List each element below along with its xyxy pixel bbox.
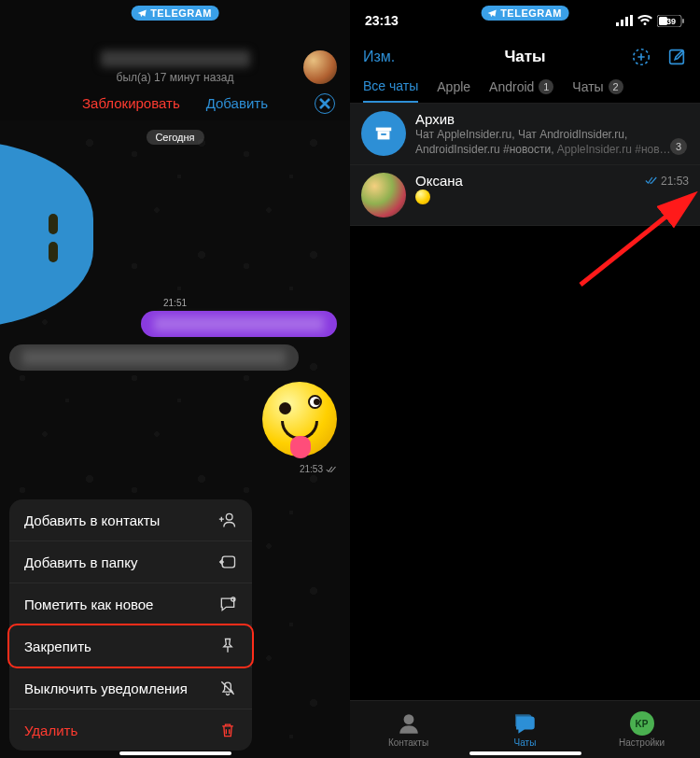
contact-avatar[interactable] xyxy=(303,50,337,84)
contacts-icon xyxy=(397,711,421,736)
home-indicator[interactable] xyxy=(469,751,581,755)
header-actions: Заблокировать Добавить xyxy=(0,95,350,111)
contact-name-blurred xyxy=(101,50,250,67)
right-phone-screen: 23:13 TELEGRAM 39 Изм. Чаты Все чаты App… xyxy=(350,0,700,758)
telegram-pill-label: TELEGRAM xyxy=(150,7,212,19)
archive-icon xyxy=(361,111,406,156)
telegram-pill[interactable]: TELEGRAM xyxy=(131,6,219,21)
tab-apple[interactable]: Apple xyxy=(437,79,470,102)
telegram-pill[interactable]: TELEGRAM xyxy=(481,6,569,21)
wifi-icon xyxy=(637,15,652,26)
sticker-zany-face[interactable] xyxy=(262,382,337,456)
status-time: 23:13 xyxy=(365,13,399,28)
chat-preview xyxy=(415,190,689,204)
tab-contacts[interactable]: Контакты xyxy=(350,701,467,758)
tab-chats-badge: 2 xyxy=(609,79,623,94)
profile-avatar: KP xyxy=(630,711,654,736)
svg-point-17 xyxy=(403,714,413,724)
zany-face-icon xyxy=(262,382,337,456)
tab-android[interactable]: Android1 xyxy=(489,79,553,102)
svg-point-2 xyxy=(231,597,235,601)
incoming-message-blurred[interactable] xyxy=(9,344,299,371)
home-indicator[interactable] xyxy=(119,751,231,755)
chat-header: был(а) 17 минут назад xyxy=(0,50,350,84)
bell-off-icon xyxy=(218,679,237,697)
read-checkmarks-icon xyxy=(326,466,337,473)
close-icon xyxy=(315,94,334,113)
archive-row[interactable]: Архив Чат AppleInsider.ru, Чат AndroidIn… xyxy=(350,104,700,165)
tab-settings[interactable]: KP Настройки xyxy=(583,701,700,758)
menu-delete[interactable]: Удалить xyxy=(9,709,252,751)
telegram-icon xyxy=(486,8,497,19)
last-seen-label: был(а) 17 минут назад xyxy=(117,71,234,84)
svg-rect-4 xyxy=(621,20,623,26)
chat-bubble-icon xyxy=(218,595,237,613)
archive-title: Архив xyxy=(415,111,455,127)
menu-add-contact[interactable]: Добавить в контакты xyxy=(9,499,252,541)
menu-add-folder[interactable]: Добавить в папку xyxy=(9,541,252,583)
menu-mute[interactable]: Выключить уведомления xyxy=(9,667,252,709)
svg-point-0 xyxy=(226,513,232,520)
chat-row-oksana[interactable]: Оксана 21:53 xyxy=(350,165,700,226)
block-button[interactable]: Заблокировать xyxy=(82,95,180,111)
svg-text:39: 39 xyxy=(666,17,676,26)
tab-bar: Контакты Чаты KP Настройки xyxy=(350,700,700,758)
tab-all-chats[interactable]: Все чаты xyxy=(363,78,418,103)
cellular-icon xyxy=(616,15,633,26)
outgoing-message-blurred[interactable] xyxy=(141,311,337,337)
nav-header: Изм. Чаты xyxy=(350,41,700,75)
close-button[interactable] xyxy=(315,93,335,114)
chats-icon xyxy=(513,711,538,736)
pinned-indicator xyxy=(674,201,687,218)
svg-rect-13 xyxy=(376,128,392,132)
add-button[interactable]: Добавить xyxy=(206,95,268,111)
compose-icon[interactable] xyxy=(666,47,687,67)
battery-icon: 39 xyxy=(657,15,685,27)
page-title: Чаты xyxy=(504,48,545,66)
chat-list[interactable]: Архив Чат AppleInsider.ru, Чат AndroidIn… xyxy=(350,104,700,226)
add-contact-icon xyxy=(218,511,237,529)
svg-rect-3 xyxy=(616,22,619,26)
tab-android-badge: 1 xyxy=(539,79,553,94)
read-checkmarks-icon xyxy=(645,176,658,185)
chat-avatar xyxy=(361,173,406,218)
trash-icon xyxy=(218,721,237,739)
status-bar: 23:13 TELEGRAM 39 xyxy=(350,0,700,41)
svg-rect-5 xyxy=(625,17,628,26)
telegram-icon xyxy=(136,8,147,19)
left-phone-screen: TELEGRAM был(а) 17 минут назад Заблокиро… xyxy=(0,0,350,758)
pin-icon xyxy=(674,201,687,214)
zany-face-icon xyxy=(415,190,430,204)
new-chat-circle-icon[interactable] xyxy=(631,47,651,67)
svg-rect-6 xyxy=(630,15,633,26)
svg-rect-15 xyxy=(381,133,386,135)
pin-icon xyxy=(218,637,237,655)
folder-icon xyxy=(218,553,237,571)
svg-rect-1 xyxy=(222,556,234,568)
chat-context-menu: Добавить в контакты Добавить в папку Пом… xyxy=(9,499,252,751)
message-time-1: 21:51 xyxy=(163,298,187,308)
menu-mark-new[interactable]: Пометить как новое xyxy=(9,583,252,625)
date-separator: Сегодня xyxy=(146,130,203,145)
tab-chats[interactable]: Чаты xyxy=(467,701,583,758)
chat-time: 21:53 xyxy=(645,175,689,188)
message-time-2: 21:53 xyxy=(300,464,337,474)
svg-rect-9 xyxy=(682,19,684,23)
archive-subtitle: Чат AppleInsider.ru, Чат AndroidInsider.… xyxy=(415,128,689,157)
menu-pin[interactable]: Закрепить xyxy=(9,625,252,667)
tab-chats[interactable]: Чаты2 xyxy=(572,79,623,102)
chat-title: Оксана xyxy=(415,173,463,189)
folder-tabs: Все чаты Apple Android1 Чаты2 xyxy=(350,75,700,104)
svg-rect-14 xyxy=(378,131,390,139)
edit-button[interactable]: Изм. xyxy=(363,49,395,65)
